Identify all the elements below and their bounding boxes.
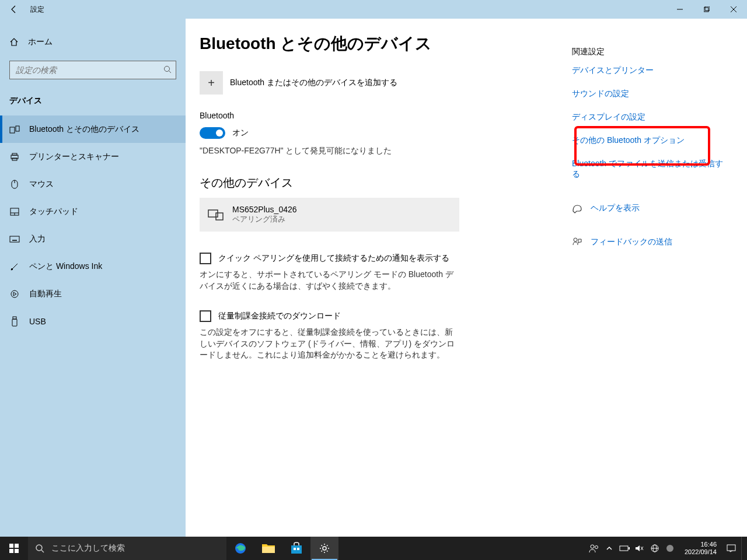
maximize-button[interactable] — [693, 0, 720, 19]
svg-point-50 — [666, 545, 673, 552]
clock-time: 16:46 — [685, 541, 717, 548]
related-heading: 関連設定 — [572, 47, 724, 57]
tray-action-center-icon[interactable] — [726, 543, 736, 554]
bluetooth-section-label: Bluetooth — [200, 111, 572, 120]
add-device-label: Bluetooth またはその他のデバイスを追加する — [230, 78, 397, 88]
svg-rect-43 — [620, 546, 628, 551]
bluetooth-toggle[interactable] — [200, 127, 225, 139]
nav-autoplay[interactable]: 自動再生 — [0, 280, 186, 307]
svg-point-28 — [574, 238, 577, 242]
search-container — [9, 61, 176, 79]
nav-label: USB — [29, 317, 46, 326]
svg-rect-31 — [9, 549, 13, 553]
svg-rect-44 — [629, 547, 630, 550]
svg-rect-7 — [10, 127, 15, 133]
svg-point-40 — [323, 547, 326, 550]
autoplay-icon — [9, 289, 20, 299]
nav-label: ペンと Windows Ink — [29, 261, 102, 272]
svg-rect-32 — [15, 549, 19, 553]
nav-label: マウス — [29, 179, 54, 190]
svg-rect-30 — [15, 544, 19, 548]
taskbar-search[interactable]: ここに入力して検索 — [28, 537, 226, 560]
sidebar: ホーム デバイス Bluetooth とその他のデバイス プリンターとスキャナー… — [0, 19, 186, 537]
search-input[interactable] — [9, 61, 176, 79]
search-icon — [35, 544, 44, 553]
search-icon — [163, 65, 172, 74]
link-display-settings[interactable]: ディスプレイの設定 — [572, 112, 724, 123]
link-send-receive-files[interactable]: Bluetooth でファイルを送信または受信する — [572, 159, 724, 180]
discoverable-status: "DESKTOP-FE2G77H" として発見可能になりました — [200, 146, 572, 156]
close-button[interactable] — [720, 0, 747, 19]
svg-point-42 — [595, 546, 598, 549]
nav-label: Bluetooth とその他のデバイス — [29, 124, 139, 135]
tray-volume-icon[interactable] — [634, 543, 645, 554]
svg-rect-2 — [705, 6, 710, 10]
related-settings-panel: 関連設定 デバイスとプリンター サウンドの設定 ディスプレイの設定 その他の B… — [572, 33, 724, 537]
svg-rect-37 — [291, 545, 302, 554]
link-sound-settings[interactable]: サウンドの設定 — [572, 89, 724, 99]
home-icon — [9, 37, 19, 47]
feedback-icon — [572, 237, 582, 247]
feedback-link[interactable]: フィードバックの送信 — [591, 237, 672, 247]
help-link[interactable]: ヘルプを表示 — [591, 203, 640, 214]
nav-pen[interactable]: ペンと Windows Ink — [0, 253, 186, 280]
titlebar: 設定 — [0, 0, 747, 19]
tray-info-icon[interactable] — [665, 543, 675, 554]
taskbar: ここに入力して検索 16:46 2022/09/14 — [0, 537, 747, 560]
home-label: ホーム — [28, 37, 53, 47]
svg-point-23 — [11, 290, 18, 298]
taskbar-settings[interactable] — [310, 537, 338, 560]
link-devices-printers[interactable]: デバイスとプリンター — [572, 65, 724, 76]
link-more-bluetooth-options[interactable]: その他の Bluetooth オプション — [572, 135, 724, 146]
back-button[interactable] — [0, 0, 28, 19]
svg-rect-10 — [12, 153, 17, 155]
keyboard-icon — [9, 234, 20, 244]
svg-rect-24 — [13, 317, 16, 319]
device-item[interactable]: MS652Plus_0426 ペアリング済み — [200, 198, 459, 232]
sidebar-category: デバイス — [0, 89, 186, 116]
show-desktop-button[interactable] — [741, 537, 745, 560]
metered-checkbox[interactable] — [200, 310, 211, 322]
plus-icon: + — [200, 71, 223, 94]
minimize-button[interactable] — [666, 0, 693, 19]
svg-rect-27 — [216, 213, 223, 220]
svg-point-33 — [36, 545, 42, 551]
usb-icon — [9, 316, 20, 327]
taskbar-explorer[interactable] — [254, 537, 282, 560]
metered-description: この設定をオフにすると、従量制課金接続を使っているときには、新しいデバイスのソフ… — [200, 327, 459, 361]
touchpad-icon — [9, 206, 20, 217]
nav-mouse[interactable]: マウス — [0, 170, 186, 198]
tray-chevron-up-icon[interactable] — [604, 543, 615, 554]
nav-printers[interactable]: プリンターとスキャナー — [0, 143, 186, 170]
system-tray: 16:46 2022/09/14 — [589, 537, 747, 560]
home-nav[interactable]: ホーム — [0, 30, 186, 54]
svg-rect-25 — [12, 319, 17, 326]
taskbar-clock[interactable]: 16:46 2022/09/14 — [680, 541, 721, 556]
svg-line-6 — [169, 71, 172, 74]
quick-pair-checkbox[interactable] — [200, 253, 211, 264]
taskbar-store[interactable] — [282, 537, 310, 560]
toggle-state-label: オン — [232, 128, 249, 138]
quick-pair-label: クイック ペアリングを使用して接続するための通知を表示する — [218, 253, 449, 264]
nav-typing[interactable]: 入力 — [0, 225, 186, 253]
taskbar-edge[interactable] — [226, 537, 254, 560]
taskbar-search-placeholder: ここに入力して検索 — [51, 543, 125, 554]
svg-rect-36 — [262, 547, 275, 553]
svg-rect-17 — [10, 236, 19, 242]
svg-rect-8 — [16, 126, 19, 131]
nav-touchpad[interactable]: タッチパッド — [0, 198, 186, 225]
nav-bluetooth[interactable]: Bluetooth とその他のデバイス — [0, 116, 186, 143]
svg-rect-39 — [297, 548, 299, 550]
svg-rect-1 — [704, 8, 708, 12]
nav-usb[interactable]: USB — [0, 307, 186, 335]
tray-battery-icon[interactable] — [619, 543, 630, 554]
nav-label: プリンターとスキャナー — [29, 152, 119, 162]
tray-people-icon[interactable] — [589, 543, 599, 554]
pen-icon — [9, 261, 20, 272]
add-device-button[interactable]: + Bluetooth またはその他のデバイスを追加する — [200, 71, 572, 94]
tray-network-icon[interactable] — [650, 543, 660, 554]
bluetooth-devices-icon — [9, 124, 20, 135]
content-area: Bluetooth とその他のデバイス + Bluetooth またはその他のデ… — [186, 19, 747, 537]
start-button[interactable] — [0, 537, 28, 560]
clock-date: 2022/09/14 — [685, 548, 717, 556]
